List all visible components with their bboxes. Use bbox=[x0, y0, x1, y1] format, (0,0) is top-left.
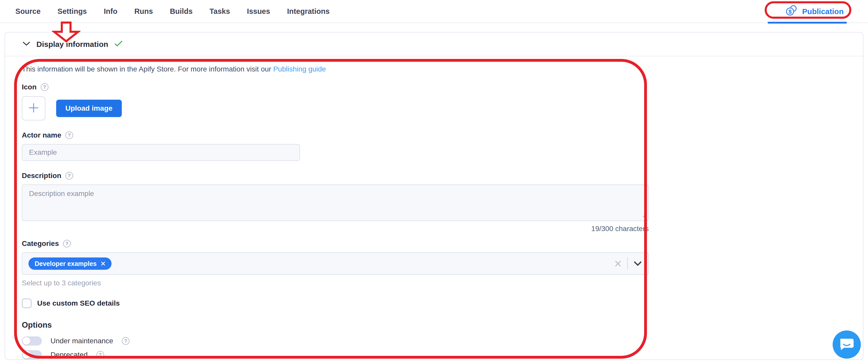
clear-icon[interactable] bbox=[614, 260, 622, 267]
seo-checkbox-row[interactable]: Use custom SEO details bbox=[22, 298, 846, 308]
description-label: Description bbox=[22, 172, 61, 180]
section-title: Display information bbox=[36, 40, 108, 49]
icon-dropzone[interactable] bbox=[22, 96, 45, 121]
under-maintenance-row: Under maintenance bbox=[22, 336, 846, 345]
chat-widget-button[interactable] bbox=[833, 330, 861, 359]
under-maintenance-label: Under maintenance bbox=[51, 337, 113, 345]
svg-text:$: $ bbox=[788, 8, 792, 15]
category-tag: Developer examples bbox=[28, 258, 112, 270]
options-heading: Options bbox=[22, 321, 846, 330]
categories-label: Categories bbox=[22, 239, 59, 248]
categories-select[interactable]: Developer examples bbox=[22, 252, 649, 275]
check-icon bbox=[114, 40, 123, 48]
help-icon[interactable] bbox=[65, 131, 73, 139]
deprecated-label: Deprecated bbox=[51, 351, 88, 359]
publishing-guide-link[interactable]: Publishing guide bbox=[273, 65, 326, 73]
resize-handle-icon[interactable] bbox=[642, 213, 647, 219]
chat-icon bbox=[839, 336, 855, 353]
tab-integrations[interactable]: Integrations bbox=[287, 7, 330, 15]
icon-field-label: Icon bbox=[22, 83, 37, 91]
tab-source[interactable]: Source bbox=[16, 7, 40, 15]
tab-info[interactable]: Info bbox=[104, 7, 118, 15]
help-icon[interactable] bbox=[96, 351, 104, 359]
character-counter: 19/300 characters bbox=[22, 225, 649, 233]
help-icon[interactable] bbox=[41, 83, 49, 91]
deprecated-toggle[interactable] bbox=[22, 350, 42, 359]
tab-settings[interactable]: Settings bbox=[57, 7, 87, 15]
tab-bar: Source Settings Info Runs Builds Tasks I… bbox=[0, 0, 868, 23]
tab-builds[interactable]: Builds bbox=[170, 7, 193, 15]
help-icon[interactable] bbox=[122, 337, 129, 345]
tab-publication-label: Publication bbox=[802, 7, 844, 16]
intro-text: This information will be shown in the Ap… bbox=[22, 65, 846, 73]
tab-publication[interactable]: $ Publication bbox=[786, 0, 844, 23]
actor-name-input[interactable] bbox=[22, 144, 300, 161]
tab-runs[interactable]: Runs bbox=[134, 7, 153, 15]
display-information-header[interactable]: Display information bbox=[5, 33, 863, 56]
plus-icon bbox=[27, 102, 40, 115]
actor-name-label: Actor name bbox=[22, 131, 61, 139]
deprecated-row: Deprecated bbox=[22, 350, 846, 359]
categories-helper-text: Select up to 3 categories bbox=[22, 279, 846, 287]
remove-tag-icon[interactable] bbox=[101, 261, 105, 266]
seo-checkbox[interactable] bbox=[22, 298, 32, 308]
tab-issues[interactable]: Issues bbox=[247, 7, 270, 15]
active-tab-indicator bbox=[768, 22, 847, 24]
under-maintenance-toggle[interactable] bbox=[22, 336, 42, 345]
publication-panel: Display information This information wil… bbox=[5, 32, 863, 360]
chevron-down-icon[interactable] bbox=[23, 41, 30, 47]
category-tag-label: Developer examples bbox=[35, 260, 97, 267]
description-textarea[interactable] bbox=[22, 185, 649, 221]
coins-icon: $ bbox=[786, 5, 798, 19]
divider bbox=[627, 257, 628, 270]
seo-checkbox-label: Use custom SEO details bbox=[37, 299, 120, 307]
help-icon[interactable] bbox=[63, 240, 71, 248]
help-icon[interactable] bbox=[65, 172, 73, 179]
upload-image-button[interactable]: Upload image bbox=[56, 100, 122, 117]
dropdown-chevron-icon[interactable] bbox=[633, 261, 642, 266]
tab-tasks[interactable]: Tasks bbox=[210, 7, 230, 15]
